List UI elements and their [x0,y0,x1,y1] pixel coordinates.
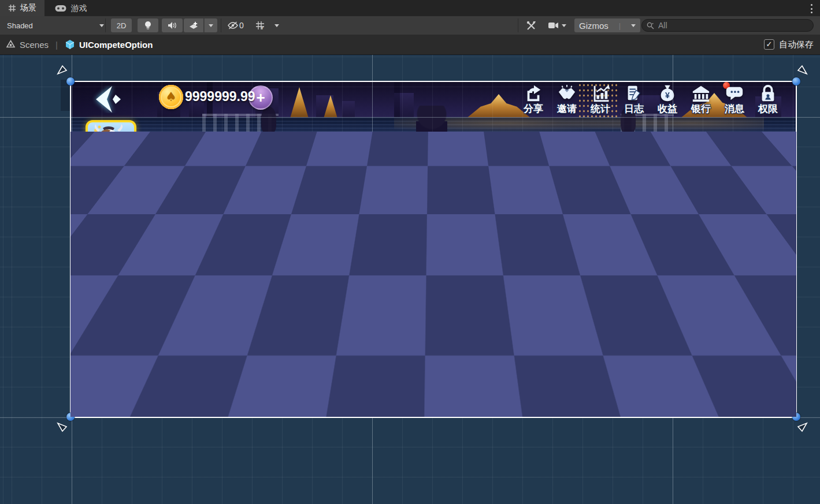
category-settings-button[interactable]: 分类设置 [142,134,205,158]
filter-button-1[interactable]: 全部 [209,134,281,158]
transfer-label: 转账 [441,401,462,415]
chevron-down-icon [209,24,213,27]
filter-label: 全部 [539,139,561,154]
nav-announcement-button[interactable]: 公告 [356,384,396,415]
tab-scene[interactable]: 场景 [0,0,44,16]
autosave-label: 自动保存 [779,39,814,50]
balance-value: 9999999.99 [185,89,255,104]
hidden-objects-button[interactable]: 0 [223,18,248,32]
plus-icon: + [256,90,265,105]
breadcrumb-separator: | [55,40,58,50]
grid-dropdown[interactable] [270,18,283,32]
grid-visibility-button[interactable]: Y [250,18,270,32]
nav-records-button[interactable]: ♠ 战绩 [127,384,167,415]
prefab-cube-icon [65,39,75,50]
scene-audio-button[interactable] [162,18,183,32]
bank-button[interactable]: 银行 [688,84,714,115]
search-input[interactable] [657,20,804,31]
filter-button-6[interactable]: 全部 [591,134,662,158]
team-label: 团队 [213,401,234,415]
spade-symbol: ♠ [165,91,177,103]
pivot-center-gizmo[interactable] [427,245,441,259]
filter-button-4[interactable]: 全部 [438,134,510,158]
breadcrumb-scene[interactable]: UICompeteOption [65,39,153,50]
tab-scene-label: 场景 [20,3,36,13]
toggle-2d-button[interactable]: 2D [111,18,132,32]
records-label: 战绩 [136,401,157,415]
kebab-menu-icon[interactable] [807,4,815,13]
id-card-icon [290,384,310,402]
game-tile-label: 牛牛 [88,155,134,169]
lock-icon [758,84,778,103]
tab-game[interactable]: 游戏 [47,1,95,17]
card-label: 名片 [290,401,310,415]
chevron-down-icon [631,24,636,27]
couch-right [757,163,796,256]
invite-button[interactable]: 邀请 [554,84,580,115]
grid-axis-icon: Y [255,21,265,30]
invite-label: 邀请 [557,102,577,115]
lightbulb-icon [144,21,152,30]
category-settings-label: 分类设置 [151,139,195,154]
stats-button[interactable]: 统计 [588,84,613,115]
corner-handle-top-left[interactable] [66,77,75,85]
create-room-button[interactable]: 创建房间 [729,386,795,411]
team-person-icon [214,384,233,402]
share-button[interactable]: 分享 [521,84,546,115]
game-tile-niuniu[interactable]: 牛牛 [86,120,136,172]
message-button[interactable]: 消息 [722,84,747,115]
scene-effects-button[interactable] [184,18,203,32]
bar-chart-icon [590,84,611,103]
nav-card-button[interactable]: 名片 [280,384,320,415]
filter-button-7-clipped[interactable]: 全部 [667,134,673,158]
effects-dropdown[interactable] [204,18,217,32]
announcement-label: 公告 [366,401,387,415]
svg-text:¥: ¥ [665,91,670,100]
log-button[interactable]: 日志 [621,84,647,115]
couch-left [71,168,111,256]
scene-search-field[interactable] [641,19,814,32]
scene-camera-button[interactable] [543,18,571,32]
autosave-checkbox[interactable]: ✓ [764,39,774,50]
trophy-icon: ♠ [137,384,157,402]
grid-icon [8,4,16,12]
plant-silhouette [416,106,447,135]
corner-handle-bottom-right[interactable] [792,413,800,421]
scene-tools-button[interactable] [521,18,541,32]
editor-tab-bar: 场景 游戏 [0,0,820,16]
breadcrumb-scenes-label: Scenes [20,40,49,50]
scene-lighting-button[interactable] [138,18,158,32]
corner-handle-top-right[interactable] [792,77,800,85]
shading-mode-label: Shaded [7,21,33,30]
2d-label: 2D [117,21,127,30]
log-document-icon [624,84,644,103]
chevron-down-icon [274,24,279,27]
gizmos-label: Gizmos [579,21,608,31]
breadcrumb[interactable]: Scenes [6,40,49,50]
handshake-icon [556,84,577,103]
coin-icon: ♠ [159,85,183,109]
permission-button[interactable]: 权限 [755,84,781,115]
unity-scenes-icon [6,40,16,50]
filter-button-5[interactable]: 全部 [514,134,586,158]
filter-label: 全部 [310,139,332,154]
filter-label: 全部 [234,139,256,154]
create-room-label: 创建房间 [737,390,788,407]
earnings-button[interactable]: ¥ 收益 [655,84,680,115]
nav-team-button[interactable]: 团队 [203,384,244,415]
log-label: 日志 [624,102,644,115]
speaker-icon [168,21,177,29]
filter-button-2[interactable]: 全部 [285,134,357,158]
earnings-label: 收益 [658,102,677,115]
filter-button-3[interactable]: 全部 [362,134,433,158]
back-button[interactable] [87,84,131,115]
gizmos-dropdown[interactable]: Gizmos | [574,18,640,32]
search-icon [647,22,654,29]
filter-label: 全部 [463,139,485,154]
bank-icon [691,84,711,103]
filter-label: 全部 [615,139,637,154]
shading-mode-dropdown[interactable]: Shaded [3,18,107,32]
corner-handle-bottom-left[interactable] [66,413,75,421]
nav-transfer-button[interactable]: ¥ 转账 [431,384,472,415]
filter-label: 全部 [387,139,409,154]
